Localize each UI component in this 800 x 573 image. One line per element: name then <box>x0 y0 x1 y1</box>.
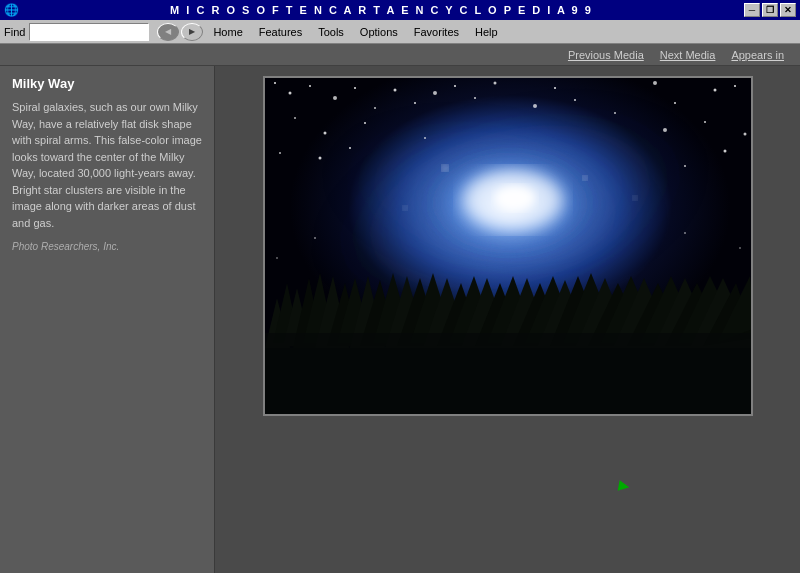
article-title: Milky Way <box>12 76 202 91</box>
appears-in-link[interactable]: Appears in <box>723 49 792 61</box>
menu-features[interactable]: Features <box>251 20 310 44</box>
content: Milky Way Spiral galaxies, such as our o… <box>0 66 800 573</box>
svg-rect-85 <box>265 333 753 416</box>
svg-point-15 <box>374 107 376 109</box>
svg-point-29 <box>734 85 736 87</box>
menu-options[interactable]: Options <box>352 20 406 44</box>
find-input[interactable] <box>29 23 149 41</box>
svg-point-14 <box>354 87 356 89</box>
svg-point-21 <box>493 82 496 85</box>
svg-point-20 <box>474 97 476 99</box>
forward-button[interactable]: ▶ <box>181 23 203 41</box>
cursor-indicator: ▶ <box>618 476 632 494</box>
svg-point-38 <box>318 157 321 160</box>
svg-point-40 <box>684 165 686 167</box>
svg-point-34 <box>663 128 667 132</box>
svg-point-33 <box>424 137 426 139</box>
title-controls: ─ ❐ ✕ <box>744 3 796 17</box>
next-media-link[interactable]: Next Media <box>652 49 724 61</box>
svg-point-28 <box>713 89 716 92</box>
title-text: M I C R O S O F T E N C A R T A E N C Y … <box>19 4 744 16</box>
svg-point-37 <box>279 152 281 154</box>
svg-point-30 <box>294 117 296 119</box>
svg-point-18 <box>433 91 437 95</box>
main-area: ▶ <box>215 66 800 573</box>
galaxy-svg <box>265 78 753 416</box>
svg-point-16 <box>393 89 396 92</box>
svg-point-36 <box>743 133 746 136</box>
svg-point-11 <box>288 92 291 95</box>
svg-point-42 <box>314 237 316 239</box>
svg-point-8 <box>403 206 407 210</box>
svg-point-27 <box>674 102 676 104</box>
svg-point-17 <box>414 102 416 104</box>
menu-help[interactable]: Help <box>467 20 506 44</box>
svg-point-22 <box>533 104 537 108</box>
menu-bar: Find ◀ ▶ Home Features Tools Options Fav… <box>0 20 800 44</box>
svg-point-39 <box>349 147 351 149</box>
restore-button[interactable]: ❐ <box>762 3 778 17</box>
article-body: Spiral galaxies, such as our own Milky W… <box>12 99 202 231</box>
menu-tools[interactable]: Tools <box>310 20 352 44</box>
left-panel: Milky Way Spiral galaxies, such as our o… <box>0 66 215 573</box>
svg-point-25 <box>614 112 616 114</box>
svg-point-13 <box>333 96 337 100</box>
title-bar-left: 🌐 <box>4 3 19 17</box>
svg-point-12 <box>309 85 311 87</box>
back-button[interactable]: ◀ <box>157 23 179 41</box>
svg-point-24 <box>574 99 576 101</box>
svg-point-7 <box>582 176 587 181</box>
galaxy-image-container[interactable] <box>263 76 753 416</box>
svg-point-44 <box>276 257 278 259</box>
title-bar: 🌐 M I C R O S O F T E N C A R T A E N C … <box>0 0 800 20</box>
svg-point-9 <box>633 196 637 200</box>
nav-bar: Previous Media Next Media Appears in <box>0 44 800 66</box>
photo-credit: Photo Researchers, Inc. <box>12 241 202 252</box>
svg-point-6 <box>442 165 448 171</box>
previous-media-link[interactable]: Previous Media <box>560 49 652 61</box>
menu-home[interactable]: Home <box>205 20 250 44</box>
svg-point-26 <box>653 81 657 85</box>
svg-point-32 <box>364 122 366 124</box>
svg-point-45 <box>739 247 741 249</box>
svg-point-31 <box>323 132 326 135</box>
close-button[interactable]: ✕ <box>780 3 796 17</box>
app-icon: 🌐 <box>4 3 19 17</box>
svg-point-41 <box>723 150 726 153</box>
find-label: Find <box>4 26 25 38</box>
menu-favorites[interactable]: Favorites <box>406 20 467 44</box>
minimize-button[interactable]: ─ <box>744 3 760 17</box>
svg-point-35 <box>704 121 706 123</box>
svg-point-23 <box>554 87 556 89</box>
svg-point-43 <box>684 232 686 234</box>
svg-point-10 <box>274 82 276 84</box>
svg-point-5 <box>495 186 535 210</box>
svg-point-19 <box>454 85 456 87</box>
